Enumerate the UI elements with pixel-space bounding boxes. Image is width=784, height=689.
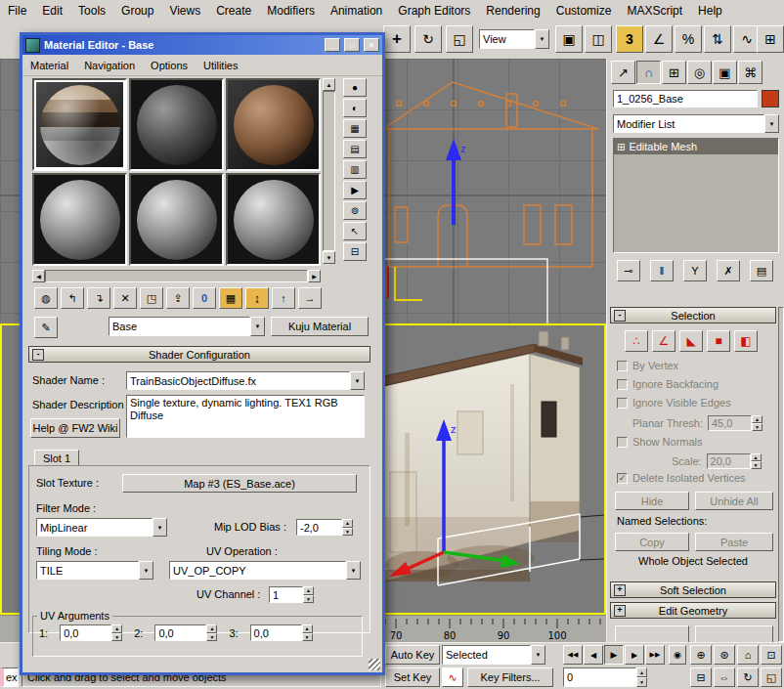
chevron-down-icon[interactable]: ▼ [764, 114, 779, 133]
expand-icon[interactable]: + [614, 605, 626, 617]
modifier-stack[interactable]: ⊞ Editable Mesh [613, 138, 779, 253]
sample-vertical-scrollbar[interactable]: ▲ ▼ [323, 78, 335, 266]
spin-down-icon[interactable]: ▼ [751, 461, 762, 469]
menu-file[interactable]: File [0, 2, 34, 20]
chevron-down-icon[interactable]: ▼ [350, 371, 365, 390]
delete-isolated-checkbox[interactable]: ✓ [617, 473, 628, 484]
spin-down-icon[interactable]: ▼ [303, 595, 314, 604]
make-unique-icon[interactable]: Y [683, 260, 707, 281]
mip-lod-bias-spinner[interactable]: -2,0 ▲▼ [296, 519, 353, 536]
move-gizmo-z[interactable]: z [446, 139, 465, 225]
menu-options[interactable]: Options [143, 58, 196, 73]
arc-rotate-icon[interactable]: ↻ [737, 667, 759, 687]
scroll-down-icon[interactable]: ▼ [323, 251, 335, 264]
next-frame-icon[interactable]: ▶ [625, 645, 644, 665]
partial-button[interactable] [615, 625, 689, 642]
spin-up-icon[interactable]: ▲ [636, 667, 647, 677]
shader-description-box[interactable]: Single texture, dynamic lighting. TEX1 R… [126, 395, 365, 438]
scale-tool-icon[interactable]: ◱ [446, 25, 473, 53]
subobject-vertex-icon[interactable]: ∴ [625, 330, 648, 352]
menu-views[interactable]: Views [161, 2, 208, 20]
spin-down-icon[interactable]: ▼ [636, 677, 647, 687]
menu-create[interactable]: Create [208, 2, 259, 20]
rollout-selection[interactable]: - Selection [610, 307, 776, 323]
chevron-down-icon[interactable]: ▼ [535, 29, 549, 49]
material-sample-slot[interactable] [32, 173, 127, 266]
object-color-swatch[interactable] [762, 90, 779, 108]
material-type-button[interactable]: Kuju Material [271, 317, 369, 336]
zoom-all-icon[interactable]: ⊛ [714, 645, 735, 665]
angle-snap-icon[interactable]: ∠ [645, 25, 673, 53]
zoom-region-icon[interactable]: ⊟ [690, 667, 712, 687]
spin-down-icon[interactable]: ▼ [342, 528, 353, 537]
uv-arg2-spinner[interactable]: 0,0 ▲▼ [154, 624, 217, 641]
spin-down-icon[interactable]: ▼ [302, 633, 313, 642]
uv-channel-spinner[interactable]: 1 ▲▼ [269, 586, 314, 603]
spin-down-icon[interactable]: ▼ [111, 633, 122, 642]
material-sample-slot[interactable] [129, 173, 224, 266]
rollout-soft-selection[interactable]: + Soft Selection [610, 581, 776, 598]
rotate-tool-icon[interactable]: ↻ [414, 25, 442, 53]
spin-down-icon[interactable]: ▼ [206, 633, 217, 642]
rollout-shader-configuration[interactable]: - Shader Configuration [28, 346, 370, 363]
menu-material[interactable]: Material [22, 58, 76, 73]
sample-type-icon[interactable]: ● [343, 78, 367, 97]
expand-icon[interactable]: + [614, 584, 626, 596]
reset-material-icon[interactable]: ✕ [113, 287, 137, 309]
material-sample-slot[interactable] [226, 78, 321, 171]
menu-edit[interactable]: Edit [34, 2, 70, 20]
tab-motion-icon[interactable]: ◎ [687, 61, 712, 84]
minimize-icon[interactable]: _ [325, 38, 340, 52]
ignore-backfacing-checkbox[interactable] [617, 379, 628, 390]
go-to-parent-icon[interactable]: ↑ [272, 287, 295, 309]
remove-modifier-icon[interactable]: ✗ [717, 260, 740, 281]
shader-name-dropdown[interactable]: TrainBasicObjectDiffuse.fx ▼ [126, 371, 365, 390]
chevron-down-icon[interactable]: ▼ [152, 518, 167, 537]
sample-uv-tiling-icon[interactable]: ▤ [343, 140, 367, 158]
select-by-material-icon[interactable]: ↖ [343, 222, 367, 240]
show-end-result-icon[interactable]: ‖ [650, 260, 674, 281]
tab-modify-icon[interactable]: ∩ [636, 61, 661, 84]
spin-up-icon[interactable]: ▲ [751, 453, 762, 461]
reference-coordinate-dropdown[interactable]: View ▼ [479, 29, 549, 49]
tab-create-icon[interactable]: ↗ [611, 61, 635, 84]
key-filter-curve-icon[interactable]: ∿ [442, 667, 463, 687]
spin-up-icon[interactable]: ▲ [342, 519, 353, 528]
partial-button[interactable] [695, 625, 773, 642]
use-center-icon[interactable]: ▣ [555, 25, 583, 53]
menu-tools[interactable]: Tools [70, 2, 113, 20]
put-material-icon[interactable]: ↰ [61, 287, 84, 309]
zoom-extents-all-icon[interactable]: ⊡ [761, 645, 782, 665]
material-editor-titlebar[interactable]: Material Editor - Base _ □ ✕ [22, 35, 382, 55]
slot-texture-button[interactable]: Map #3 (ES_Base.ace) [122, 474, 357, 493]
selection-filter-dropdown[interactable]: Selected ▼ [442, 645, 545, 665]
collapse-icon[interactable]: - [32, 349, 44, 361]
menu-graph-editors[interactable]: Graph Editors [390, 2, 478, 20]
menu-customize[interactable]: Customize [548, 2, 620, 20]
menu-group[interactable]: Group [113, 2, 161, 20]
close-icon[interactable]: ✕ [364, 38, 379, 52]
help-fw2-wiki-button[interactable]: Help @ FW2 Wiki [30, 418, 120, 438]
tiling-mode-dropdown[interactable]: TILE ▼ [36, 561, 153, 580]
chevron-down-icon[interactable]: ▼ [346, 561, 361, 580]
sample-horizontal-scrollbar[interactable]: ◀ ▶ [32, 270, 321, 282]
paste-button[interactable]: Paste [695, 533, 773, 551]
chevron-down-icon[interactable]: ▼ [250, 317, 265, 336]
video-color-check-icon[interactable]: ▥ [343, 160, 367, 179]
previous-frame-icon[interactable]: ◀ [584, 645, 603, 665]
object-name-field[interactable]: 1_0256_Base [613, 90, 758, 108]
spinner-snap-icon[interactable]: ⇅ [704, 25, 731, 53]
rollout-edit-geometry[interactable]: + Edit Geometry [610, 602, 776, 619]
backlight-icon[interactable]: ◐ [343, 99, 367, 117]
by-vertex-checkbox[interactable] [617, 361, 628, 371]
panel-scrollbar[interactable] [778, 307, 784, 642]
resize-grip[interactable] [369, 659, 380, 670]
show-end-result-icon[interactable]: ↨ [245, 287, 269, 309]
menu-animation[interactable]: Animation [323, 2, 390, 20]
snap-toggle-icon[interactable]: 3 [616, 25, 643, 53]
spin-down-icon[interactable]: ▼ [752, 423, 762, 431]
set-key-button[interactable]: Set Key [385, 667, 440, 687]
uv-arg3-spinner[interactable]: 0,0 ▲▼ [250, 624, 313, 641]
tab-hierarchy-icon[interactable]: ⊞ [662, 61, 686, 84]
material-editor-window[interactable]: Material Editor - Base _ □ ✕ Material Na… [20, 32, 385, 675]
